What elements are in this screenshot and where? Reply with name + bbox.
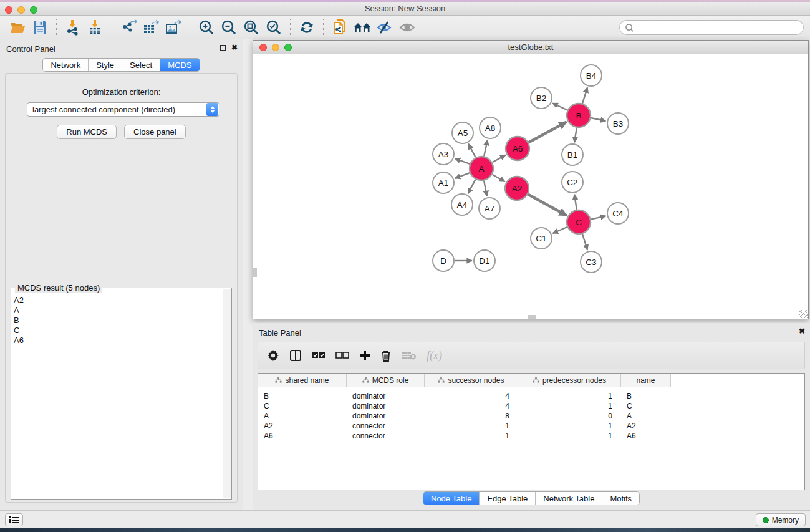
node-A3[interactable]: A3 <box>433 143 454 165</box>
export-table-icon[interactable] <box>140 17 162 37</box>
zoom-network-button[interactable] <box>284 44 292 51</box>
zoom-selected-icon[interactable] <box>263 17 285 37</box>
node-B1[interactable]: B1 <box>562 144 583 165</box>
float-table-panel-icon[interactable] <box>788 329 793 334</box>
node-B2[interactable]: B2 <box>531 87 552 109</box>
horizontal-scroll-thumb[interactable] <box>528 315 536 319</box>
edge-B-B3[interactable] <box>591 118 606 121</box>
result-list-item[interactable]: A6 <box>14 336 221 346</box>
column-header-name[interactable]: name <box>621 374 671 387</box>
zoom-in-icon[interactable] <box>195 17 218 37</box>
tab-node-table[interactable]: Node Table <box>423 492 480 505</box>
node-B4[interactable]: B4 <box>581 65 602 86</box>
tab-select[interactable]: Select <box>122 59 160 71</box>
edge-A2-C[interactable] <box>528 195 567 216</box>
table-row[interactable]: A6connector11A6 <box>258 431 804 441</box>
import-table-icon[interactable] <box>84 17 107 37</box>
node-A4[interactable]: A4 <box>451 194 473 215</box>
edge-A-A3[interactable] <box>455 158 470 164</box>
edge-A-A6[interactable] <box>493 155 506 163</box>
table-settings-icon[interactable] <box>267 346 279 365</box>
search-field[interactable] <box>619 20 804 35</box>
close-network-button[interactable] <box>259 44 267 51</box>
edge-A-A7[interactable] <box>484 181 487 196</box>
table-row[interactable]: Cdominator41C <box>258 401 804 411</box>
column-header-shared-name[interactable]: shared name <box>258 374 347 387</box>
mcds-result-list[interactable]: A2ABCA6 <box>14 291 221 498</box>
result-list-item[interactable]: A <box>14 306 221 316</box>
tab-style[interactable]: Style <box>88 59 122 71</box>
node-D1[interactable]: D1 <box>474 250 495 271</box>
edge-C-C4[interactable] <box>591 216 606 219</box>
node-A6[interactable]: A6 <box>506 137 529 160</box>
node-C2[interactable]: C2 <box>562 172 583 193</box>
tab-network[interactable]: Network <box>43 59 88 71</box>
zoom-out-icon[interactable] <box>218 17 240 37</box>
node-A1[interactable]: A1 <box>433 172 454 193</box>
close-panel-button[interactable]: Close panel <box>124 125 186 139</box>
column-header-predecessor-nodes[interactable]: predecessor nodes <box>518 374 621 387</box>
visibility-icon[interactable] <box>396 17 418 37</box>
edge-A-A2[interactable] <box>492 175 504 181</box>
edge-B-B2[interactable] <box>552 104 567 110</box>
table-row[interactable]: Bdominator41B <box>258 391 804 401</box>
export-network-icon[interactable] <box>117 17 140 37</box>
open-file-icon[interactable] <box>6 17 29 37</box>
resize-grip[interactable] <box>799 310 808 318</box>
node-D[interactable]: D <box>433 250 454 271</box>
network-window-titlebar[interactable]: testGlobe.txt <box>253 41 808 54</box>
tab-motifs[interactable]: Motifs <box>602 492 639 505</box>
refresh-view-icon[interactable] <box>296 17 318 37</box>
search-input[interactable] <box>634 21 803 34</box>
edge-A-A5[interactable] <box>468 144 475 158</box>
edge-A-A1[interactable] <box>455 173 470 178</box>
deselect-all-icon[interactable] <box>335 346 349 365</box>
edge-C-C1[interactable] <box>552 227 567 233</box>
float-panel-icon[interactable] <box>220 45 226 51</box>
edge-C-C3[interactable] <box>582 234 587 250</box>
select-all-icon[interactable] <box>312 346 325 365</box>
node-C3[interactable]: C3 <box>581 251 602 273</box>
delete-column-icon[interactable] <box>380 346 392 365</box>
column-chooser-icon[interactable] <box>289 346 302 365</box>
close-table-panel-icon[interactable]: ✖ <box>799 328 805 334</box>
clone-network-icon[interactable] <box>329 17 351 37</box>
node-B[interactable]: B <box>567 104 591 127</box>
tab-mcds[interactable]: MCDS <box>160 59 199 71</box>
column-header-MCDS-role[interactable]: MCDS role <box>347 374 425 387</box>
zoom-fit-icon[interactable] <box>240 17 263 37</box>
run-mcds-button[interactable]: Run MCDS <box>57 125 117 139</box>
minimize-network-button[interactable] <box>272 44 279 51</box>
node-C[interactable]: C <box>567 210 591 234</box>
edge-A-A4[interactable] <box>468 180 475 194</box>
node-A7[interactable]: A7 <box>479 198 500 219</box>
node-A[interactable]: A <box>470 157 493 180</box>
node-C4[interactable]: C4 <box>607 203 629 224</box>
edge-A6-B[interactable] <box>529 122 567 143</box>
home-icon[interactable] <box>351 17 374 37</box>
result-list-item[interactable]: A2 <box>14 296 221 306</box>
node-A8[interactable]: A8 <box>480 117 501 138</box>
save-session-icon[interactable] <box>29 17 51 37</box>
tab-edge-table[interactable]: Edge Table <box>479 492 535 505</box>
network-graph[interactable]: B4B2BB3A8A5A6A3B1AA1C2A2A4A7C4CC1C3DD1 <box>253 54 808 319</box>
result-list-item[interactable]: C <box>14 326 221 336</box>
edge-C-C2[interactable] <box>574 195 577 210</box>
visibility-off-icon[interactable] <box>374 17 396 37</box>
add-column-icon[interactable] <box>359 346 370 365</box>
node-A2[interactable]: A2 <box>505 177 529 200</box>
network-canvas[interactable]: B4B2BB3A8A5A6A3B1AA1C2A2A4A7C4CC1C3DD1 <box>253 54 808 319</box>
close-window-button[interactable] <box>5 6 12 14</box>
zoom-window-button[interactable] <box>30 6 37 14</box>
table-row[interactable]: Adominator80A <box>258 411 804 421</box>
node-A5[interactable]: A5 <box>452 122 473 143</box>
edge-B-B4[interactable] <box>582 87 587 104</box>
tab-network-table[interactable]: Network Table <box>535 492 602 505</box>
import-network-icon[interactable] <box>62 17 84 37</box>
optimization-criterion-dropdown[interactable]: largest connected component (directed) <box>27 102 219 117</box>
edge-A-A8[interactable] <box>484 140 488 157</box>
column-header-successor-nodes[interactable]: successor nodes <box>425 374 518 387</box>
memory-button[interactable]: Memory <box>756 513 806 526</box>
task-history-button[interactable] <box>5 513 23 526</box>
node-B3[interactable]: B3 <box>607 113 629 134</box>
